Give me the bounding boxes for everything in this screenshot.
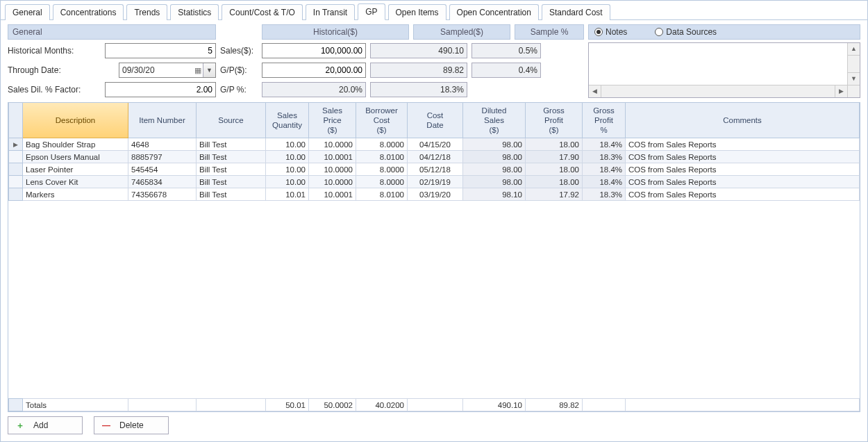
scroll-up-icon[interactable]: ▲ bbox=[848, 43, 860, 56]
input-hist-months[interactable] bbox=[105, 43, 216, 58]
cell-borrower-cost[interactable]: 8.0100 bbox=[356, 188, 408, 201]
date-dropdown-button[interactable]: ▼ bbox=[203, 63, 215, 77]
tab-statistics[interactable]: Statistics bbox=[170, 4, 219, 20]
tab-gp[interactable]: GP bbox=[358, 3, 385, 20]
cell-item-number[interactable]: 8885797 bbox=[128, 151, 197, 163]
col-sales-price[interactable]: SalesPrice($) bbox=[309, 103, 356, 138]
col-borrower-cost[interactable]: BorrowerCost($) bbox=[356, 103, 408, 138]
cell-description[interactable]: Markers bbox=[23, 188, 128, 201]
cell-comments[interactable]: COS from Sales Reports bbox=[626, 176, 860, 188]
tab-open-concentration[interactable]: Open Concentration bbox=[449, 4, 539, 20]
add-button[interactable]: ＋ Add bbox=[8, 416, 83, 434]
col-source[interactable]: Source bbox=[197, 103, 266, 138]
tab-trends[interactable]: Trends bbox=[126, 4, 167, 20]
cell-gross-profit-pct: 18.3% bbox=[583, 151, 626, 163]
cell-item-number[interactable]: 4648 bbox=[128, 138, 197, 151]
row-selector[interactable]: ▶ bbox=[9, 138, 23, 151]
cell-cost-date[interactable]: 02/19/19 bbox=[408, 176, 463, 188]
cell-diluted-sales: 98.10 bbox=[463, 188, 526, 201]
cell-source[interactable]: Bill Test bbox=[197, 176, 266, 188]
cell-cost-date[interactable]: 04/12/18 bbox=[408, 151, 463, 163]
cell-sales-qty[interactable]: 10.00 bbox=[266, 138, 309, 151]
scroll-right-icon[interactable]: ▶ bbox=[835, 85, 847, 97]
cell-comments[interactable]: COS from Sales Reports bbox=[626, 188, 860, 201]
cell-description[interactable]: Laser Pointer bbox=[23, 163, 128, 176]
cell-item-number[interactable]: 7465834 bbox=[128, 176, 197, 188]
table-row[interactable]: ▶Bag Shoulder Strap4648Bill Test10.0010.… bbox=[9, 138, 860, 151]
col-comments[interactable]: Comments bbox=[626, 103, 860, 138]
tab-count-cost-t-o[interactable]: Count/Cost & T/O bbox=[222, 4, 302, 20]
col-gross-profit-pct[interactable]: GrossProfit% bbox=[583, 103, 626, 138]
cell-sales-price[interactable]: 10.0000 bbox=[309, 163, 356, 176]
cell-sales-qty[interactable]: 10.00 bbox=[266, 151, 309, 163]
cell-source[interactable]: Bill Test bbox=[197, 188, 266, 201]
table-row[interactable]: Markers74356678Bill Test10.0110.00018.01… bbox=[9, 188, 860, 201]
cell-sales-qty[interactable]: 10.01 bbox=[266, 188, 309, 201]
scroll-down-icon[interactable]: ▼ bbox=[848, 72, 860, 85]
tab-general[interactable]: General bbox=[5, 4, 50, 20]
radio-notes[interactable]: Notes bbox=[594, 27, 627, 37]
cell-source[interactable]: Bill Test bbox=[197, 151, 266, 163]
input-sales-dil[interactable] bbox=[105, 82, 216, 97]
cell-source[interactable]: Bill Test bbox=[197, 138, 266, 151]
col-cost-date[interactable]: CostDate bbox=[408, 103, 463, 138]
table-row[interactable]: Lens Cover Kit7465834Bill Test10.0010.00… bbox=[9, 176, 860, 188]
calendar-icon: ▦ bbox=[193, 66, 203, 75]
scroll-left-icon[interactable]: ◀ bbox=[589, 85, 601, 97]
cell-borrower-cost[interactable]: 8.0100 bbox=[356, 151, 408, 163]
cell-comments[interactable]: COS from Sales Reports bbox=[626, 138, 860, 151]
col-diluted-sales[interactable]: DilutedSales($) bbox=[463, 103, 526, 138]
grid-header-row: Description Item Number Source SalesQuan… bbox=[9, 103, 860, 138]
cell-source[interactable]: Bill Test bbox=[197, 163, 266, 176]
totals-bcost: 40.0200 bbox=[356, 399, 408, 411]
col-sales-qty[interactable]: SalesQuantity bbox=[266, 103, 309, 138]
col-gross-profit[interactable]: GrossProfit($) bbox=[526, 103, 583, 138]
label-sales: Sales($): bbox=[220, 46, 258, 56]
cell-cost-date[interactable]: 03/19/20 bbox=[408, 188, 463, 201]
col-selector[interactable] bbox=[9, 103, 23, 138]
notes-vscroll[interactable]: ▲ ▼ bbox=[847, 43, 860, 85]
cell-comments[interactable]: COS from Sales Reports bbox=[626, 163, 860, 176]
cell-sales-qty[interactable]: 10.00 bbox=[266, 163, 309, 176]
cell-sales-price[interactable]: 10.0000 bbox=[309, 176, 356, 188]
cell-sales-price[interactable]: 10.0001 bbox=[309, 188, 356, 201]
radio-data-sources[interactable]: Data Sources bbox=[655, 27, 717, 37]
col-description[interactable]: Description bbox=[23, 103, 128, 138]
cell-description[interactable]: Bag Shoulder Strap bbox=[23, 138, 128, 151]
cell-sales-qty[interactable]: 10.00 bbox=[266, 176, 309, 188]
row-selector[interactable] bbox=[9, 188, 23, 201]
tab-standard-cost[interactable]: Standard Cost bbox=[542, 4, 610, 20]
cell-sales-price[interactable]: 10.0001 bbox=[309, 151, 356, 163]
row-through-date: Through Date: 09/30/20 ▦ ▼ bbox=[8, 62, 216, 79]
notes-hscroll[interactable]: ◀ ▶ bbox=[589, 85, 847, 97]
cell-comments[interactable]: COS from Sales Reports bbox=[626, 151, 860, 163]
cell-description[interactable]: Epson Users Manual bbox=[23, 151, 128, 163]
table-row[interactable]: Laser Pointer545454Bill Test10.0010.0000… bbox=[9, 163, 860, 176]
cell-description[interactable]: Lens Cover Kit bbox=[23, 176, 128, 188]
row-selector[interactable] bbox=[9, 151, 23, 163]
input-through-date[interactable]: 09/30/20 ▦ ▼ bbox=[119, 63, 216, 78]
notes-textarea[interactable]: ▲ ▼ ◀ ▶ bbox=[588, 42, 860, 98]
col-item-number[interactable]: Item Number bbox=[128, 103, 197, 138]
row-selector[interactable] bbox=[9, 176, 23, 188]
cell-borrower-cost[interactable]: 8.0000 bbox=[356, 138, 408, 151]
cell-sales-price[interactable]: 10.0000 bbox=[309, 138, 356, 151]
cell-cost-date[interactable]: 05/12/18 bbox=[408, 163, 463, 176]
grid-body[interactable]: Description Item Number Source SalesQuan… bbox=[8, 103, 860, 398]
cell-borrower-cost[interactable]: 8.0000 bbox=[356, 163, 408, 176]
value-sales-hist[interactable] bbox=[262, 43, 366, 58]
cell-item-number[interactable]: 74356678 bbox=[128, 188, 197, 201]
cell-item-number[interactable]: 545454 bbox=[128, 163, 197, 176]
delete-button[interactable]: — Delete bbox=[94, 416, 169, 434]
tab-in-transit[interactable]: In Transit bbox=[306, 4, 355, 20]
tab-open-items[interactable]: Open Items bbox=[388, 4, 446, 20]
cell-cost-date[interactable]: 04/15/20 bbox=[408, 138, 463, 151]
value-gp-hist[interactable] bbox=[262, 63, 366, 78]
row-selector[interactable] bbox=[9, 163, 23, 176]
row-sales-dil: Sales Dil. % Factor: bbox=[8, 81, 216, 98]
totals-price: 50.0002 bbox=[309, 399, 356, 411]
cell-borrower-cost[interactable]: 8.0000 bbox=[356, 176, 408, 188]
tab-concentrations[interactable]: Concentrations bbox=[53, 4, 124, 20]
table-row[interactable]: Epson Users Manual8885797Bill Test10.001… bbox=[9, 151, 860, 163]
notes-block: Notes Data Sources ▲ ▼ ◀ ▶ bbox=[588, 24, 860, 98]
